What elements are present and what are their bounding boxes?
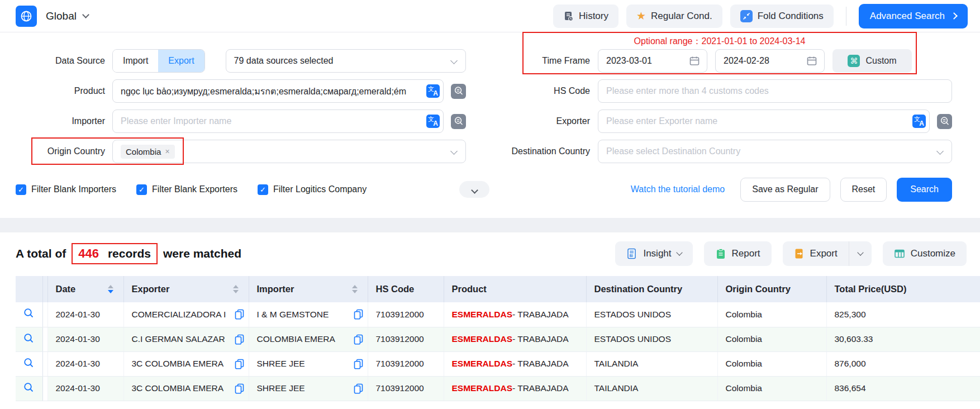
row-detail-cell[interactable] xyxy=(16,302,42,327)
row-detail-cell[interactable] xyxy=(16,327,42,351)
sort-icon[interactable] xyxy=(352,285,358,293)
chevron-down-icon xyxy=(676,249,682,255)
copy-icon[interactable] xyxy=(354,309,363,320)
checkbox-checked-icon: ✓ xyxy=(136,184,147,195)
record-count: 446 xyxy=(78,246,99,261)
total-price-cell: 876,000 xyxy=(826,351,980,376)
tutorial-demo-link[interactable]: Watch the tutorial demo xyxy=(631,184,725,194)
export-split-button: Export xyxy=(783,241,872,266)
product-keyword-highlight: ESMERALDAS xyxy=(452,310,513,319)
save-as-regular-button[interactable]: Save as Regular xyxy=(740,178,830,202)
filter-logistics-company-checkbox[interactable]: ✓ Filter Logitics Company xyxy=(258,184,367,195)
origin-country-select[interactable]: Colombia × xyxy=(112,140,466,163)
header-destination-country: Destination Country xyxy=(586,276,717,302)
date-cell: 2024-01-30 xyxy=(47,351,123,376)
row-detail-cell[interactable] xyxy=(16,376,42,401)
search-button[interactable]: Search xyxy=(897,178,952,202)
regular-cond-label: Regular Cond. xyxy=(651,11,712,22)
export-toggle[interactable]: Export xyxy=(158,50,204,72)
chevron-down-icon xyxy=(857,249,863,255)
header-exporter[interactable]: Exporter xyxy=(123,276,249,302)
time-frame-label: Time Frame xyxy=(502,56,590,66)
copy-icon[interactable] xyxy=(235,334,244,345)
divider xyxy=(846,7,846,26)
hs-code-input[interactable] xyxy=(598,79,952,103)
chevron-down-icon xyxy=(936,148,944,155)
chevron-down-icon[interactable] xyxy=(82,11,89,18)
row-detail-cell[interactable] xyxy=(16,351,42,376)
table-row[interactable]: 2024-01-30 COMERCIALIZADORA I I & M GEMS… xyxy=(16,302,980,327)
copy-icon[interactable] xyxy=(354,383,363,394)
copy-icon[interactable] xyxy=(354,334,363,345)
customize-button[interactable]: Customize xyxy=(883,241,967,266)
fold-icon xyxy=(740,10,753,22)
header-gap xyxy=(42,276,47,302)
report-icon xyxy=(715,248,726,260)
export-label: Export xyxy=(810,248,838,259)
report-button[interactable]: Report xyxy=(704,241,772,266)
copy-icon[interactable] xyxy=(235,359,244,369)
header-search-column xyxy=(16,276,42,302)
destination-country-select[interactable]: Please select Destination Country xyxy=(598,140,952,163)
copy-icon[interactable] xyxy=(235,383,244,394)
exporter-input[interactable] xyxy=(598,110,930,133)
header-date[interactable]: Date xyxy=(47,276,123,302)
date-cell: 2024-01-30 xyxy=(47,327,123,351)
header-importer[interactable]: Importer xyxy=(249,276,368,302)
report-label: Report xyxy=(732,248,760,259)
filter-blank-importers-checkbox[interactable]: ✓ Filter Blank Importers xyxy=(16,184,116,195)
destination-country-cell: ESTADOS UNIDOS xyxy=(586,302,717,327)
row-gap-cell xyxy=(42,302,47,327)
exporter-cell: COMERCIALIZADORA I xyxy=(123,302,249,327)
table-row[interactable]: 2024-01-30 C.I GERMAN SALAZAR COLOMBIA E… xyxy=(16,327,980,351)
custom-range-button[interactable]: ⌘ Custom xyxy=(832,49,912,73)
sort-icon[interactable] xyxy=(233,285,239,293)
exact-match-icon[interactable] xyxy=(937,114,952,129)
sort-icon[interactable] xyxy=(108,285,113,293)
translate-icon[interactable]: 文A xyxy=(426,115,440,128)
view-detail-icon[interactable] xyxy=(23,382,35,393)
record-count-annotation-box: 446 records xyxy=(72,243,158,264)
checkbox-label: Filter Blank Importers xyxy=(31,184,116,194)
table-row[interactable]: 2024-01-30 3C COLOMBIA EMERA SHREE JEE 7… xyxy=(16,351,980,376)
view-detail-icon[interactable] xyxy=(23,307,35,319)
view-detail-icon[interactable] xyxy=(23,357,35,369)
customize-label: Customize xyxy=(911,248,955,259)
view-detail-icon[interactable] xyxy=(23,332,35,344)
import-toggle[interactable]: Import xyxy=(113,50,158,72)
translate-icon[interactable]: 文A xyxy=(426,84,440,98)
exact-match-icon[interactable] xyxy=(451,84,466,99)
regular-cond-button[interactable]: ★ Regular Cond. xyxy=(626,4,722,28)
destination-country-cell: ESTADOS UNIDOS xyxy=(586,327,717,351)
origin-country-tag: Colombia × xyxy=(121,145,175,159)
export-button[interactable]: Export xyxy=(783,241,849,266)
collapse-conditions-button[interactable] xyxy=(459,181,489,198)
table-body: 2024-01-30 COMERCIALIZADORA I I & M GEMS… xyxy=(16,302,980,401)
product-cell: ESMERALDAS- TRABAJADA xyxy=(444,351,586,376)
exporter-cell: C.I GERMAN SALAZAR xyxy=(123,327,249,351)
region-selector-label: Global xyxy=(46,10,77,22)
importer-input[interactable] xyxy=(112,110,444,133)
fold-conditions-label: Fold Conditions xyxy=(758,11,824,22)
data-sources-select[interactable]: 79 data sources selected xyxy=(226,49,466,73)
history-button[interactable]: History xyxy=(553,4,619,28)
close-icon[interactable]: × xyxy=(165,147,169,156)
export-options-button[interactable] xyxy=(849,241,872,266)
reset-button[interactable]: Reset xyxy=(840,178,887,202)
advanced-search-button[interactable]: Advanced Search xyxy=(859,4,968,28)
start-date-input[interactable]: 2023-03-01 xyxy=(598,49,707,73)
exact-match-icon[interactable] xyxy=(451,114,466,129)
insight-button[interactable]: BI Insight xyxy=(615,241,692,266)
end-date-input[interactable]: 2024-02-28 xyxy=(715,49,825,73)
copy-icon[interactable] xyxy=(235,309,244,320)
hs-code-cell: 7103912000 xyxy=(368,376,444,401)
origin-country-cell: Colombia xyxy=(717,351,826,376)
filter-blank-exporters-checkbox[interactable]: ✓ Filter Blank Exporters xyxy=(136,184,237,195)
product-input[interactable] xyxy=(112,79,444,103)
fold-conditions-button[interactable]: Fold Conditions xyxy=(730,4,834,28)
hs-code-cell: 7103912000 xyxy=(368,302,444,327)
table-row[interactable]: 2024-01-30 3C COLOMBIA EMERA SHREE JEE 7… xyxy=(16,376,980,401)
translate-icon[interactable]: 文A xyxy=(912,115,926,128)
date-cell: 2024-01-30 xyxy=(47,376,123,401)
copy-icon[interactable] xyxy=(354,359,363,369)
